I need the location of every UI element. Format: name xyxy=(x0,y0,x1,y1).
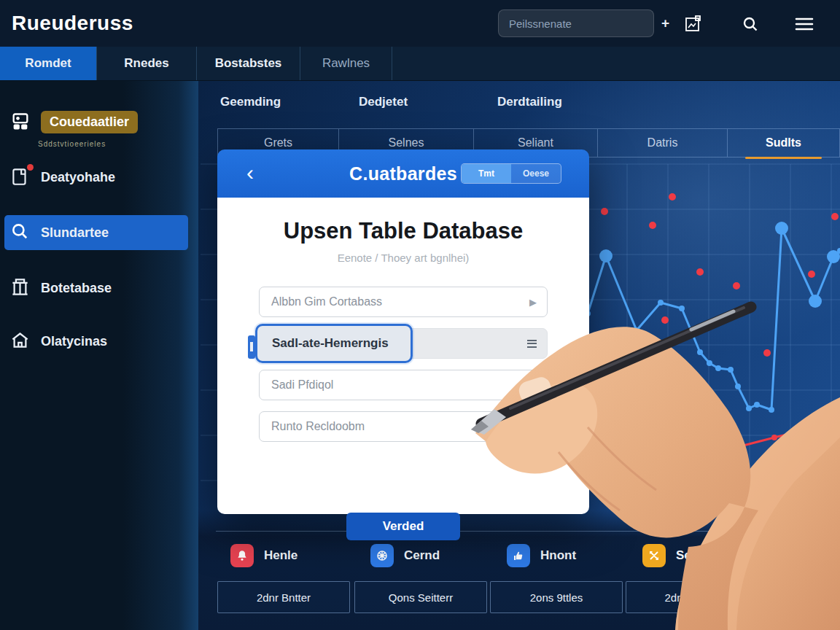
sidebar-item-couedaatlier[interactable]: Couedaatlier Sddstvtioeerieles xyxy=(0,111,198,133)
notification-dot xyxy=(27,164,34,171)
app-title: Rueuderuss xyxy=(12,12,133,35)
add-icon[interactable]: + xyxy=(661,15,669,31)
primary-tab-bar: Romdet Rnedes Bostabstes Rawlnes xyxy=(0,47,840,81)
sidebar-item-label: Deatyohahe xyxy=(41,170,115,185)
modal-header: C.uatbardes ‹ Tmt Oeese xyxy=(217,149,589,198)
dashboard-icon xyxy=(10,112,32,133)
back-chevron-icon[interactable]: ‹ xyxy=(246,160,254,186)
toggle-option-right[interactable]: Oeese xyxy=(511,164,561,183)
tab-rawlnes[interactable]: Rawlnes xyxy=(300,47,392,80)
document-icon xyxy=(10,166,32,188)
form-field-4[interactable] xyxy=(259,411,548,442)
sidebar-item-botetabase[interactable]: Botetabase xyxy=(0,277,198,299)
image-icon[interactable] xyxy=(682,13,704,35)
toggle-option-left[interactable]: Tmt xyxy=(462,164,511,183)
header-search[interactable]: + xyxy=(498,9,654,37)
sidebar-item-label: Couedaatlier xyxy=(41,111,138,133)
app-window: Geemding Dedjetet Derdtailing Grets Seln… xyxy=(0,0,840,630)
tab-bostabstes[interactable]: Bostabstes xyxy=(197,47,300,80)
modal-toggle[interactable]: Tmt Oeese xyxy=(461,163,561,184)
home-icon xyxy=(10,330,32,352)
sidebar-item-label: Botetabase xyxy=(41,281,112,296)
search-input[interactable] xyxy=(508,17,656,31)
field-2-value: Sadl-ate-Hemerngis xyxy=(272,336,389,351)
field-4-input[interactable] xyxy=(260,420,547,433)
top-header: Rueuderuss + xyxy=(0,0,840,47)
search-icon xyxy=(10,222,32,244)
field-3-input[interactable] xyxy=(260,378,547,392)
sidebar-item-label: Slundartee xyxy=(41,225,109,241)
modal-subheading: Eenote / Thoey art bgnlhei) xyxy=(217,252,589,264)
list-icon[interactable] xyxy=(527,338,537,349)
database-icon xyxy=(10,277,32,299)
selection-handle[interactable] xyxy=(248,335,255,359)
field-1-input[interactable] xyxy=(260,295,529,308)
modal-dialog: C.uatbardes ‹ Tmt Oeese Upsen Table Data… xyxy=(217,149,589,514)
tab-rnedes[interactable]: Rnedes xyxy=(97,47,197,80)
form-field-3[interactable] xyxy=(259,370,548,400)
play-icon[interactable]: ▶ xyxy=(529,297,537,308)
menu-icon[interactable] xyxy=(793,13,815,35)
sidebar: Couedaatlier Sddstvtioeerieles Deatyohah… xyxy=(0,80,198,630)
submit-button[interactable]: Verded xyxy=(346,513,460,540)
sidebar-item-olatycinas[interactable]: Olatycinas xyxy=(0,330,198,352)
form-field-2-selected[interactable]: Sadl-ate-Hemerngis xyxy=(259,328,548,359)
selected-value-pill[interactable]: Sadl-ate-Hemerngis xyxy=(255,324,413,363)
tab-romdet[interactable]: Romdet xyxy=(0,47,97,80)
sidebar-item-label: Olatycinas xyxy=(41,334,107,349)
sidebar-item-slundartee[interactable]: Slundartee xyxy=(0,222,198,244)
search-icon[interactable] xyxy=(739,13,761,35)
sidebar-item-deatyohahe[interactable]: Deatyohahe xyxy=(0,166,198,188)
form-field-1[interactable]: ▶ xyxy=(259,287,548,317)
modal-body: Upsen Table Database Eenote / Thoey art … xyxy=(217,198,589,514)
sidebar-item-sublabel: Sddstvtioeerieles xyxy=(38,140,106,148)
modal-heading: Upsen Table Database xyxy=(217,218,589,244)
